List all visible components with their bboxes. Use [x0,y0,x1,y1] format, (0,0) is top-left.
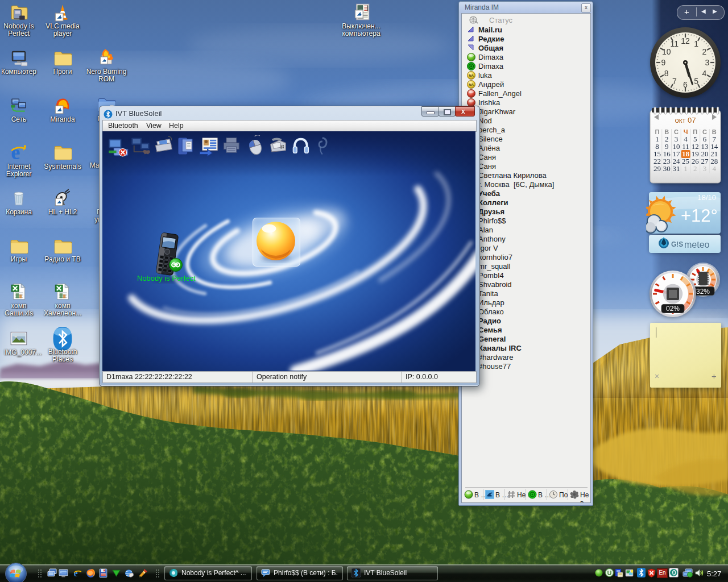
svg-text:+12°: +12° [681,206,718,226]
svg-text:18/10: 18/10 [697,193,716,202]
svg-text:6: 6 [683,80,688,89]
svg-text:8: 8 [664,69,669,78]
svg-text:e: e [11,142,20,161]
svg-text:7: 7 [672,77,677,86]
svg-text:12: 12 [681,36,690,45]
svg-text:NA: NA [469,83,474,86]
svg-text:29: 29 [653,164,661,173]
svg-text:meteo: meteo [684,240,710,250]
svg-text:9: 9 [661,58,666,67]
svg-text:4: 4 [712,164,716,173]
svg-text:10: 10 [662,47,671,56]
svg-text:3: 3 [703,164,707,173]
svg-text:3: 3 [705,58,710,67]
svg-text:окт 07: окт 07 [675,116,696,124]
svg-text:1: 1 [694,39,698,48]
svg-text:e: e [74,568,78,578]
svg-text:02%: 02% [666,305,680,313]
svg-text:32%: 32% [696,288,710,296]
svg-text:NA: NA [469,74,474,77]
svg-text:30: 30 [663,164,671,173]
svg-text:G!S: G!S [671,240,683,248]
svg-text:31: 31 [672,164,680,173]
svg-text:11: 11 [671,39,679,48]
svg-text:2: 2 [702,47,706,56]
svg-text:4: 4 [702,69,706,78]
svg-text:1: 1 [684,164,688,173]
svg-text:2: 2 [693,164,697,173]
svg-text:5: 5 [694,77,698,86]
